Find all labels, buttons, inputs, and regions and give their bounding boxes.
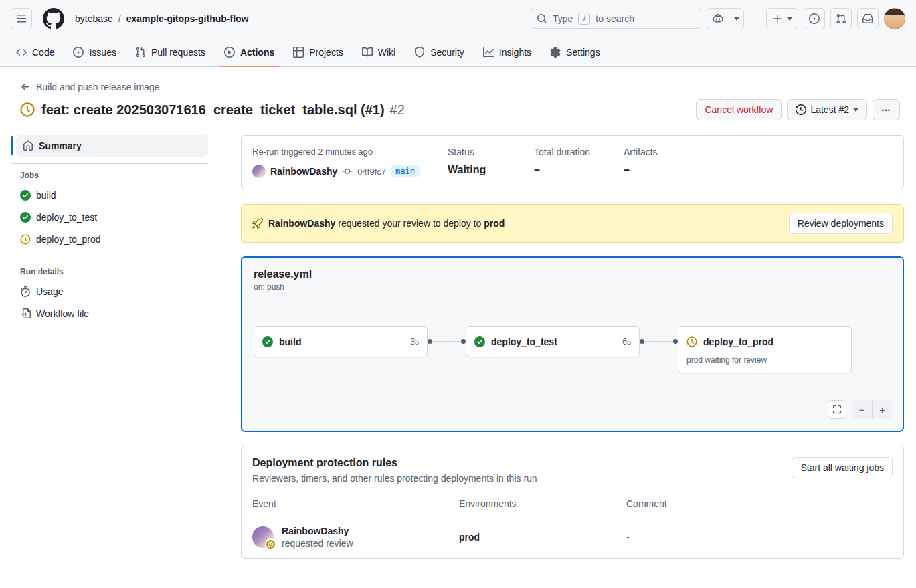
back-to-workflow-link[interactable]: Build and push release image [20,82,159,92]
commit-sha[interactable]: 04f9fc7 [357,167,386,177]
run-status-card: Re-run triggered 2 minutes ago RainbowDa… [241,135,904,189]
comment-cell: - [626,532,893,543]
plus-icon [772,13,783,24]
run-title-row: feat: create 202503071616_create_ticket_… [20,99,900,120]
node-waiting-note: prod waiting for review [678,355,851,373]
sidebar-item-usage[interactable]: Usage [11,280,208,302]
github-logo[interactable] [43,8,64,29]
code-icon [16,47,27,58]
actor-name[interactable]: RainbowDashy [270,166,337,177]
reviewer-name[interactable]: RainbowDashy [282,526,353,536]
sidebar-jobs-header: Jobs [11,171,208,180]
tab-code[interactable]: Code [11,37,60,66]
copilot-dropdown-button[interactable] [729,9,743,29]
stopwatch-icon [20,286,31,297]
zoom-out-button[interactable]: − [852,400,872,419]
notifications-button[interactable] [857,8,879,29]
git-pull-request-icon [836,13,846,24]
event-cell: RainbowDashy requested review [252,526,459,549]
run-sidebar: Summary Jobs build deploy_to_test deploy… [11,135,208,559]
rocket-icon [252,218,263,229]
column-header-event: Event [252,498,459,509]
node-deploy-to-test[interactable]: deploy_to_test 6s [466,326,640,357]
chevron-down-icon [734,17,739,21]
file-code-icon [20,308,31,319]
node-duration: 6s [622,337,631,347]
home-icon [23,140,33,151]
workflow-graph-card[interactable]: release.yml on: push build 3s [241,256,904,432]
sidebar-item-workflow-file[interactable]: Workflow file [11,302,208,324]
search-icon [537,13,547,24]
tab-security[interactable]: Security [409,37,470,66]
tab-issues[interactable]: Issues [68,37,121,66]
latest-run-button[interactable]: Latest #2 [787,99,867,120]
start-all-waiting-jobs-button[interactable]: Start all waiting jobs [792,457,893,478]
fullscreen-button[interactable] [828,400,846,419]
rules-subtitle: Reviewers, timers, and other rules prote… [252,473,537,484]
reviewer-avatar[interactable] [252,526,274,548]
rules-table-header: Event Environments Comment [242,494,903,516]
app-header: bytebase / example-gitops-github-flow Ty… [0,0,916,67]
history-icon [796,104,806,115]
actor-avatar[interactable] [252,165,266,178]
trigger-info: Re-run triggered 2 minutes ago RainbowDa… [252,146,448,178]
check-circle-icon [262,336,273,347]
zoom-in-button[interactable]: + [872,400,892,419]
graph-icon [483,47,494,58]
connector-dot [673,339,678,344]
node-connector [428,339,466,344]
sidebar-job-build[interactable]: build [11,184,208,206]
tab-pull-requests[interactable]: Pull requests [130,37,211,66]
sidebar-divider [11,163,208,164]
tab-label: Projects [309,47,343,58]
column-header-environments: Environments [459,498,626,509]
page-body: Summary Jobs build deploy_to_test deploy… [0,130,916,575]
rules-title: Deployment protection rules [252,457,537,469]
tab-insights[interactable]: Insights [478,37,537,66]
tab-wiki[interactable]: Wiki [357,37,401,66]
issues-button[interactable] [804,8,825,29]
duration-label: Total duration [534,146,624,157]
sidebar-job-deploy-to-test[interactable]: deploy_to_test [11,206,208,228]
copilot-button[interactable] [707,9,729,29]
header-divider [755,12,755,25]
breadcrumb-owner[interactable]: bytebase [75,13,113,24]
create-new-button[interactable] [766,8,798,29]
node-label: build [279,336,301,347]
status-label: Status [448,146,534,157]
tab-actions[interactable]: Actions [219,37,280,66]
user-avatar[interactable] [884,8,905,29]
more-options-button[interactable]: ⋯ [873,99,900,120]
sidebar-divider [11,260,208,260]
node-deploy-to-prod[interactable]: deploy_to_prod prod waiting for review [678,326,852,373]
clock-waiting-icon [20,102,35,117]
sidebar-item-summary[interactable]: Summary [16,135,208,157]
tab-label: Issues [89,47,116,58]
book-icon [362,47,373,58]
cancel-workflow-button[interactable]: Cancel workflow [696,99,782,120]
table-row: RainbowDashy requested review prod - [242,516,903,558]
hamburger-menu-button[interactable] [11,8,32,29]
table-icon [293,47,304,58]
tab-label: Insights [499,47,531,58]
connector-dot [640,339,644,344]
copilot-button-group [707,8,744,29]
tab-projects[interactable]: Projects [288,37,349,66]
search-placeholder-prefix: Type [553,13,573,24]
branch-badge[interactable]: main [391,165,420,177]
run-actions: Cancel workflow Latest #2 ⋯ [696,99,900,120]
node-build[interactable]: build 3s [254,326,428,357]
zoom-control: − + [852,400,892,419]
clock-badge-icon [265,538,276,550]
breadcrumb-repo[interactable]: example-gitops-github-flow [126,13,249,24]
search-input[interactable]: Type / to search [531,9,701,29]
tab-label: Actions [240,47,274,58]
connector-line [432,341,461,342]
sidebar-job-deploy-to-prod[interactable]: deploy_to_prod [11,228,208,250]
run-number: #2 [390,102,405,118]
tab-settings[interactable]: Settings [545,37,606,66]
pull-requests-button[interactable] [830,8,852,29]
review-deployments-button[interactable]: Review deployments [789,213,893,234]
banner-environment: prod [484,218,505,229]
event-description: requested review [282,538,353,549]
